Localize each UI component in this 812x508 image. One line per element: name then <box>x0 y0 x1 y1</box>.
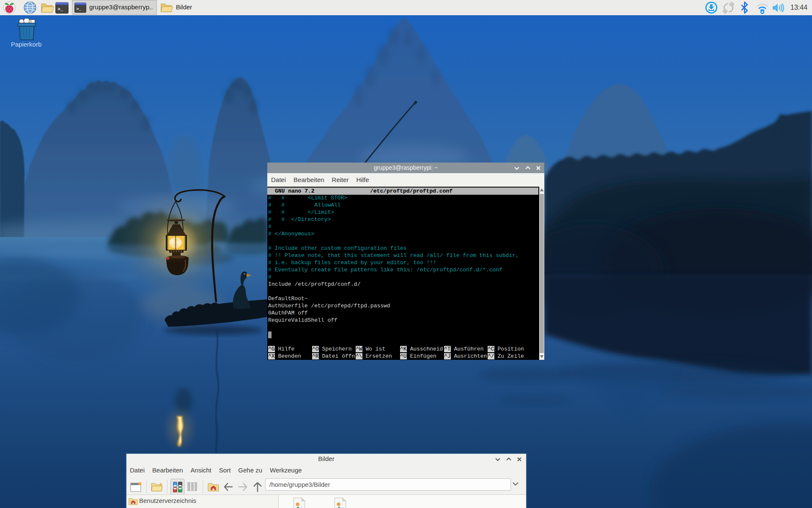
svg-text:>_: >_ <box>58 7 63 12</box>
svg-text:>_: >_ <box>77 7 82 11</box>
